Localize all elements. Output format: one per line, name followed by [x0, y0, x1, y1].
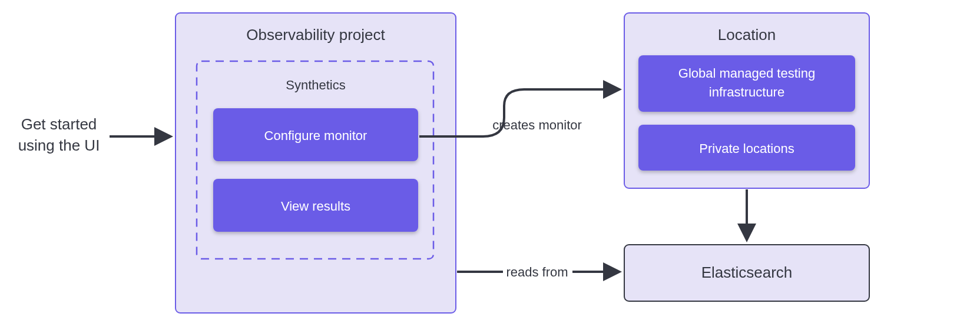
diagram-root: Observability project Synthetics Configu… — [0, 0, 980, 320]
global-infra-line2: infrastructure — [709, 85, 784, 99]
location-title: Location — [718, 26, 776, 44]
synthetics-title: Synthetics — [286, 78, 346, 92]
elasticsearch-box: Elasticsearch — [624, 245, 869, 301]
global-infra-box — [638, 55, 855, 112]
svg-text:Get started: Get started — [21, 115, 97, 133]
svg-rect-0 — [176, 13, 456, 313]
get-started-label: Get started using the UI — [18, 115, 100, 154]
location-panel: Location Global managed testing infrastr… — [624, 13, 869, 188]
svg-text:using the UI: using the UI — [18, 136, 100, 154]
edge-creates-label: creates monitor — [492, 118, 582, 132]
observability-title: Observability project — [246, 26, 385, 44]
edge-reads-label: reads from — [506, 265, 568, 279]
observability-panel: Observability project Synthetics Configu… — [176, 13, 456, 313]
arrow-reads-from: reads from — [457, 265, 617, 279]
private-locations-label: Private locations — [699, 141, 794, 156]
global-infra-line1: Global managed testing — [678, 66, 815, 81]
view-results-label: View results — [281, 199, 350, 214]
configure-monitor-label: Configure monitor — [264, 128, 368, 143]
elasticsearch-label: Elasticsearch — [701, 264, 793, 281]
